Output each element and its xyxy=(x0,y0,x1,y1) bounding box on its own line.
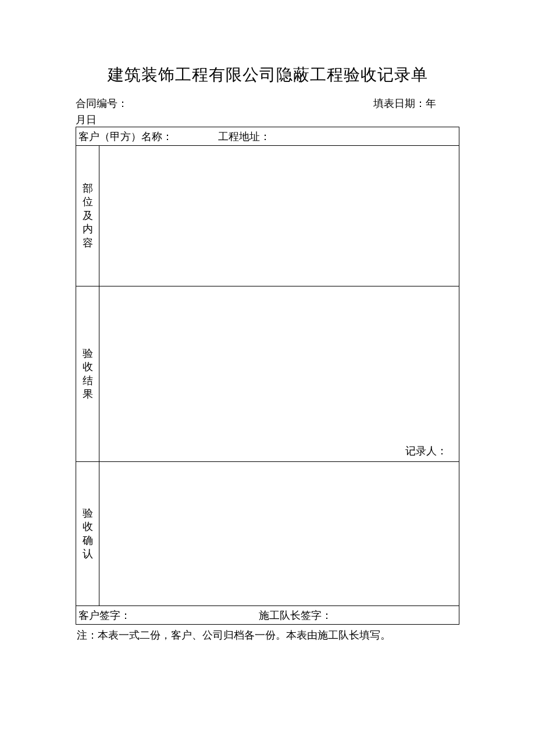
project-address-label: 工程地址： xyxy=(218,130,456,144)
acceptance-confirm-field xyxy=(99,462,459,606)
contract-number-label: 合同编号： xyxy=(76,96,373,110)
foreman-signature-label: 施工队长签字： xyxy=(259,608,456,622)
table-row: 验收确认 xyxy=(76,462,459,606)
section-label-location-content: 部位及内容 xyxy=(76,146,99,286)
customer-name-label: 客户（甲方）名称： xyxy=(79,130,218,144)
form-note: 注：本表一式二份，客户、公司归档各一份。本表由施工队长填写。 xyxy=(76,628,459,642)
document-title: 建筑装饰工程有限公司隐蔽工程验收记录单 xyxy=(76,64,459,86)
fill-date-label: 填表日期：年 xyxy=(373,96,459,110)
section-label-acceptance-result: 验收结果 xyxy=(76,286,99,462)
customer-signature-label: 客户签字： xyxy=(79,608,259,622)
table-row: 部位及内容 xyxy=(76,146,459,286)
header-line-2: 月日 xyxy=(76,113,459,127)
table-row: 客户（甲方）名称： 工程地址： xyxy=(76,127,459,146)
header-line-1: 合同编号： 填表日期：年 xyxy=(76,96,459,110)
acceptance-result-field: 记录人： xyxy=(99,286,459,462)
table-row: 验收结果 记录人： xyxy=(76,286,459,462)
table-row: 客户签字： 施工队长签字： xyxy=(76,606,459,625)
location-content-field xyxy=(99,146,459,286)
form-table: 客户（甲方）名称： 工程地址： 部位及内容 验收结果 记录人： xyxy=(76,127,459,625)
recorder-label: 记录人： xyxy=(405,444,447,458)
section-label-acceptance-confirm: 验收确认 xyxy=(76,462,99,606)
